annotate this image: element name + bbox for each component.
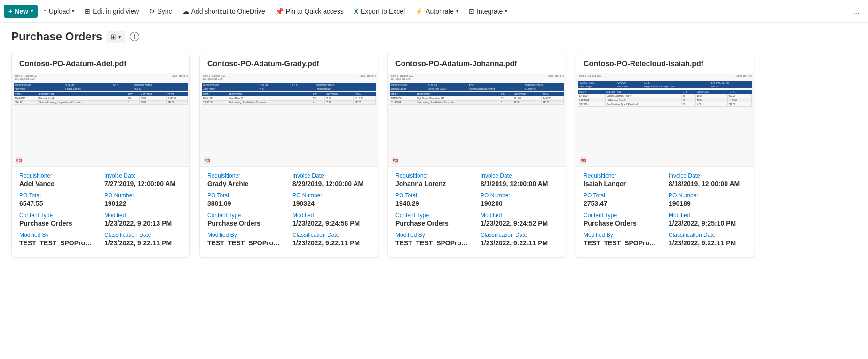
pin-button[interactable]: 📌 Pin to Quick access	[271, 5, 348, 18]
requisitioner-value: Adel Vance	[19, 180, 97, 187]
po-total-label: PO Total	[584, 192, 661, 199]
po-total-cell: PO Total 6547.55	[19, 192, 97, 207]
invoice-date-label: Invoice Date	[481, 172, 558, 179]
po-number-cell: PO Number 190122	[104, 192, 182, 207]
automate-chevron-icon: ▾	[456, 8, 458, 14]
pin-icon: 📌	[276, 8, 284, 15]
svg-text:PDF: PDF	[205, 159, 210, 162]
card-filename: Contoso-PO-Adatum-Grady.pdf	[200, 53, 378, 73]
content-type-cell: Content Type Purchase Orders	[584, 212, 661, 227]
requisitioner-cell: Requisitioner Grady Archie	[207, 172, 285, 187]
export-button[interactable]: X Export to Excel	[349, 5, 410, 18]
modified-cell: Modified 1/23/2022, 9:25:10 PM	[669, 212, 746, 227]
document-card[interactable]: Contoso-PO-Adatum-Adel.pdf Phone: 1 (513…	[11, 53, 190, 258]
view-chevron-icon: ▾	[118, 34, 121, 40]
sync-label: Sync	[157, 8, 172, 15]
invoice-date-label: Invoice Date	[292, 172, 370, 179]
po-number-label: PO Number	[104, 192, 182, 199]
meta-row-1: Requisitioner Isaiah Langer Invoice Date…	[584, 172, 746, 187]
modified-by-label: Modified By	[395, 232, 473, 238]
modified-value: 1/23/2022, 9:25:10 PM	[669, 219, 746, 227]
page-header: Purchase Orders ⊞ ▾ i	[0, 23, 868, 49]
classification-date-cell: Classification Date 1/23/2022, 9:22:11 P…	[292, 232, 370, 247]
classification-date-value: 1/23/2022, 9:22:11 PM	[669, 239, 746, 247]
requisitioner-cell: Requisitioner Adel Vance	[19, 172, 97, 187]
document-card[interactable]: Contoso-PO-Relecloud-Isaiah.pdf Phone: 1…	[576, 53, 754, 258]
upload-label: Upload	[49, 8, 70, 15]
modified-value: 1/23/2022, 9:24:58 PM	[292, 219, 370, 227]
modified-by-value: TEST_TEST_SPOProvH...	[207, 239, 283, 247]
sync-button[interactable]: ↻ Sync	[144, 5, 176, 18]
po-number-label: PO Number	[669, 192, 746, 199]
meta-row-1: Requisitioner Grady Archie Invoice Date …	[207, 172, 370, 187]
meta-row-4: Modified By TEST_TEST_SPOProvH... Classi…	[584, 232, 746, 247]
edit-grid-button[interactable]: ⊞ Edit in grid view	[80, 5, 143, 18]
edit-grid-label: Edit in grid view	[93, 8, 139, 15]
content-type-value: Purchase Orders	[395, 219, 473, 227]
requisitioner-label: Requisitioner	[584, 172, 661, 179]
modified-label: Modified	[292, 212, 370, 219]
classification-date-label: Classification Date	[481, 232, 558, 238]
modified-by-cell: Modified By TEST_TEST_SPOProvH...	[19, 232, 97, 247]
invoice-date-cell: Invoice Date 8/18/2019, 12:00:00 AM	[669, 172, 746, 187]
classification-date-cell: Classification Date 1/23/2022, 9:22:11 P…	[481, 232, 558, 247]
document-card[interactable]: Contoso-PO-Adatum-Johanna.pdf Phone: 1 (…	[387, 53, 566, 258]
card-filename: Contoso-PO-Adatum-Johanna.pdf	[388, 53, 566, 73]
requisitioner-label: Requisitioner	[207, 172, 285, 179]
requisitioner-value: Grady Archie	[207, 180, 285, 187]
svg-text:PDF: PDF	[393, 159, 398, 162]
new-label: New	[15, 8, 28, 15]
requisitioner-value: Johanna Lorenz	[395, 180, 473, 187]
plus-icon: +	[8, 8, 12, 15]
page-title: Purchase Orders	[11, 30, 102, 43]
new-button[interactable]: + New ▾	[4, 5, 38, 18]
classification-date-label: Classification Date	[669, 232, 746, 238]
invoice-date-value: 7/27/2019, 12:00:00 AM	[104, 180, 182, 187]
modified-by-value: TEST_TEST_SPOProvH...	[584, 239, 659, 247]
po-number-cell: PO Number 190200	[481, 192, 558, 207]
classification-date-value: 1/23/2022, 9:22:11 PM	[104, 239, 182, 247]
po-total-value: 3801.09	[207, 200, 285, 207]
card-preview: Phone: 1 (513) 555-9100 1 (800) 555-7676…	[200, 73, 378, 167]
meta-row-4: Modified By TEST_TEST_SPOProvH... Classi…	[395, 232, 558, 247]
integrate-icon: ⊡	[469, 8, 474, 15]
content-type-value: Purchase Orders	[19, 219, 97, 227]
upload-button[interactable]: ↑ Upload ▾	[39, 5, 79, 18]
invoice-date-value: 8/29/2019, 12:00:00 AM	[292, 180, 370, 187]
modified-by-label: Modified By	[207, 232, 285, 238]
modified-by-value: TEST_TEST_SPOProvH...	[395, 239, 471, 247]
card-metadata: Requisitioner Johanna Lorenz Invoice Dat…	[388, 167, 566, 257]
classification-date-value: 1/23/2022, 9:22:11 PM	[292, 239, 370, 247]
upload-icon: ↑	[43, 8, 47, 15]
modified-value: 1/23/2022, 9:20:13 PM	[104, 219, 182, 227]
automate-button[interactable]: ⚡ Automate ▾	[410, 5, 463, 18]
svg-text:PDF: PDF	[16, 159, 22, 162]
cloud-icon: ☁	[182, 8, 189, 15]
info-icon[interactable]: i	[130, 32, 139, 41]
modified-by-label: Modified By	[19, 232, 97, 238]
view-switcher[interactable]: ⊞ ▾	[107, 31, 125, 43]
invoice-date-cell: Invoice Date 7/27/2019, 12:00:00 AM	[104, 172, 182, 187]
po-number-cell: PO Number 190324	[292, 192, 370, 207]
meta-row-2: PO Total 6547.55 PO Number 190122	[19, 192, 182, 207]
more-button[interactable]: ...	[849, 5, 864, 18]
toolbar: + New ▾ ↑ Upload ▾ ⊞ Edit in grid view ↻…	[0, 0, 868, 23]
meta-row-3: Content Type Purchase Orders Modified 1/…	[207, 212, 370, 227]
more-icon: ...	[854, 8, 860, 15]
document-card[interactable]: Contoso-PO-Adatum-Grady.pdf Phone: 1 (51…	[199, 53, 378, 258]
card-preview: Phone: 1 (513) 555-9100 1 (800) 555-7676…	[388, 73, 566, 167]
add-shortcut-button[interactable]: ☁ Add shortcut to OneDrive	[178, 5, 270, 18]
automate-label: Automate	[426, 8, 454, 15]
invoice-date-cell: Invoice Date 8/1/2019, 12:00:00 AM	[481, 172, 558, 187]
modified-value: 1/23/2022, 9:24:52 PM	[481, 219, 558, 227]
meta-row-3: Content Type Purchase Orders Modified 1/…	[19, 212, 182, 227]
meta-row-4: Modified By TEST_TEST_SPOProvH... Classi…	[19, 232, 182, 247]
modified-cell: Modified 1/23/2022, 9:20:13 PM	[104, 212, 182, 227]
card-preview: Phone: 1 (720) 555-1700 1 (800) 555-7676…	[576, 73, 754, 167]
classification-date-value: 1/23/2022, 9:22:11 PM	[481, 239, 558, 247]
card-filename: Contoso-PO-Relecloud-Isaiah.pdf	[576, 53, 754, 73]
invoice-date-label: Invoice Date	[669, 172, 746, 179]
modified-by-label: Modified By	[584, 232, 661, 238]
meta-row-1: Requisitioner Adel Vance Invoice Date 7/…	[19, 172, 182, 187]
integrate-button[interactable]: ⊡ Integrate ▾	[464, 5, 512, 18]
